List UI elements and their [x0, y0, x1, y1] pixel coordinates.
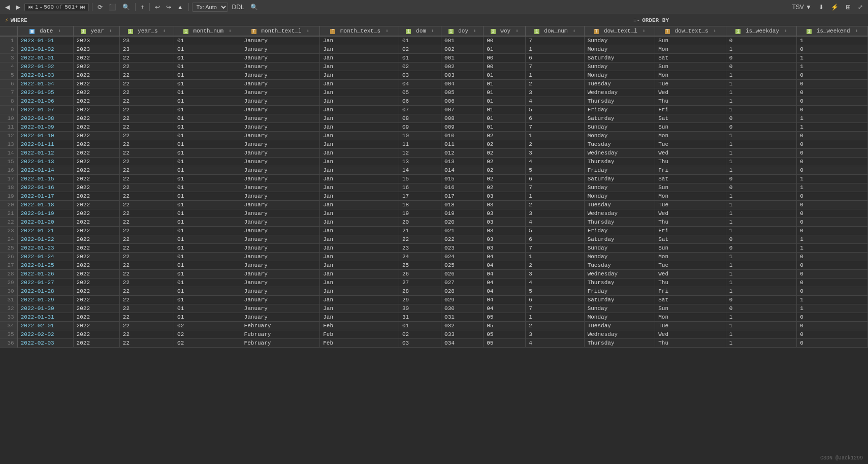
col-header-year-s[interactable]: 1 year_s ⬍ [119, 26, 174, 36]
download-button[interactable]: ⬇ [817, 3, 826, 12]
table-row[interactable]: 222022-01-2020222201JanuaryJan20020034Th… [0, 218, 868, 227]
table-row[interactable]: 322022-01-3020222201JanuaryJan30030047Su… [0, 304, 868, 313]
cell-woy: 01 [484, 97, 526, 106]
cell-month_num: 01 [174, 54, 241, 63]
cell-woy: 01 [484, 45, 526, 54]
table-row[interactable]: 202022-01-1820222201JanuaryJan18018032Tu… [0, 201, 868, 209]
table-row[interactable]: 252022-01-2320222201JanuaryJan23023037Su… [0, 244, 868, 253]
cell-date: 2022-01-19 [17, 209, 73, 218]
cell-dom: 23 [399, 244, 441, 253]
tx-dropdown[interactable]: Tx: Auto [192, 3, 228, 12]
table-row[interactable]: 142022-01-1220222201JanuaryJan12012023We… [0, 149, 868, 158]
table-row[interactable]: 12023-01-0120232301JanuaryJan01001007Sun… [0, 36, 868, 45]
table-row[interactable]: 62022-01-0420222201JanuaryJan04004012Tue… [0, 80, 868, 88]
col-header-year[interactable]: 1 year ⬍ [73, 26, 119, 36]
expand-button[interactable]: ⤢ [856, 3, 865, 12]
filter-button[interactable]: ⚡ [829, 3, 841, 12]
col-header-month-text-l[interactable]: T month_text_l ⬍ [241, 26, 320, 36]
table-row[interactable]: 352022-02-0220222202FebruaryFeb02033053W… [0, 330, 868, 339]
col-header-dow-text-l[interactable]: T dow_text_l ⬍ [584, 26, 655, 36]
table-row[interactable]: 162022-01-1420222201JanuaryJan14014025Fr… [0, 166, 868, 175]
col-header-month-num[interactable]: 1 month_num ⬍ [174, 26, 241, 36]
table-row[interactable]: 82022-01-0620222201JanuaryJan06006014Thu… [0, 97, 868, 106]
add-button[interactable]: + [139, 3, 146, 12]
table-row[interactable]: 292022-01-2720222201JanuaryJan27027044Th… [0, 279, 868, 287]
table-row[interactable]: 342022-02-0120222202FebruaryFeb01032052T… [0, 322, 868, 330]
table-row[interactable]: 132022-01-1120222201JanuaryJan11011022Tu… [0, 140, 868, 149]
table-row[interactable]: 92022-01-0720222201JanuaryJan07007015Fri… [0, 106, 868, 114]
table-row[interactable]: 72022-01-0520222201JanuaryJan05005013Wed… [0, 88, 868, 97]
ddl-button[interactable]: DDL [230, 3, 246, 12]
col-header-is-weekday[interactable]: 1 is_weekday ⬍ [726, 26, 797, 36]
cell-doy: 017 [441, 192, 484, 201]
col-label-year: year [90, 28, 104, 34]
table-row[interactable]: 232022-01-2120222201JanuaryJan21021035Fr… [0, 227, 868, 235]
table-row[interactable]: 362022-02-0320222202FebruaryFeb03034054T… [0, 339, 868, 348]
redo-button[interactable]: ↪ [164, 3, 173, 12]
table-row[interactable]: 192022-01-1720222201JanuaryJan17017031Mo… [0, 192, 868, 201]
row-number: 6 [0, 80, 17, 88]
cell-is_weekend: 1 [797, 63, 868, 71]
table-row[interactable]: 182022-01-1620222201JanuaryJan16016027Su… [0, 183, 868, 192]
table-row[interactable]: 242022-01-2220222201JanuaryJan22022036Sa… [0, 235, 868, 244]
table-row[interactable]: 112022-01-0920222201JanuaryJan09009017Su… [0, 123, 868, 132]
nav-last-button[interactable]: ⏭ [79, 4, 86, 10]
table-row[interactable]: 152022-01-1320222201JanuaryJan13013024Th… [0, 158, 868, 166]
table-row[interactable]: 122022-01-1020222201JanuaryJan10010021Mo… [0, 132, 868, 140]
up-button[interactable]: ▲ [175, 3, 185, 12]
cell-doy: 028 [441, 287, 484, 296]
cell-month_text_s: Jan [320, 192, 399, 201]
table-row[interactable]: 172022-01-1520222201JanuaryJan15015026Sa… [0, 175, 868, 183]
cell-month_num: 01 [174, 235, 241, 244]
cell-dom: 12 [399, 149, 441, 158]
col-header-dom[interactable]: 1 dom ⬍ [399, 26, 441, 36]
layout-button[interactable]: ⊞ [844, 3, 853, 12]
stop-button[interactable]: ⬛ [107, 3, 118, 12]
nav-forward-button[interactable]: ▶ [14, 3, 22, 12]
col-header-doy[interactable]: 1 doy ⬍ [441, 26, 484, 36]
col-header-is-weekend[interactable]: 1 is_weekend ⬍ [797, 26, 868, 36]
cell-year_s: 22 [119, 304, 174, 313]
table-container[interactable]: ▦ date ⬍ 1 year ⬍ 1 year_s ⬍ 1 month_num [0, 26, 868, 464]
table-row[interactable]: 312022-01-2920222201JanuaryJan29029046Sa… [0, 296, 868, 304]
cell-month_num: 01 [174, 114, 241, 123]
refresh-button[interactable]: ⟳ [95, 3, 105, 12]
table-row[interactable]: 302022-01-2820222201JanuaryJan28028045Fr… [0, 287, 868, 296]
tsv-button[interactable]: TSV ▼ [790, 3, 814, 12]
cell-date: 2022-02-02 [17, 330, 73, 339]
zoom-button[interactable]: 🔍 [120, 3, 132, 12]
table-row[interactable]: 42022-01-0220222201JanuaryJan02002007Sun… [0, 63, 868, 71]
table-row[interactable]: 22023-01-0220232301JanuaryJan02002011Mon… [0, 45, 868, 54]
table-row[interactable]: 212022-01-1920222201JanuaryJan19019033We… [0, 209, 868, 218]
col-sort-woy: ⬍ [516, 28, 519, 34]
table-row[interactable]: 262022-01-2420222201JanuaryJan24024041Mo… [0, 253, 868, 261]
cell-month_text_l: January [241, 71, 320, 80]
col-header-month-text-s[interactable]: T month_text_s ⬍ [320, 26, 399, 36]
table-row[interactable]: 102022-01-0820222201JanuaryJan08008016Sa… [0, 114, 868, 123]
cell-dom: 28 [399, 287, 441, 296]
table-row[interactable]: 52022-01-0320222201JanuaryJan03003011Mon… [0, 71, 868, 80]
col-header-dow-num[interactable]: 1 dow_num ⬍ [526, 26, 584, 36]
col-header-dow-text-s[interactable]: T dow_text_s ⬍ [655, 26, 726, 36]
cell-woy: 01 [484, 123, 526, 132]
cell-dow_text_l: Thursday [584, 218, 655, 227]
nav-first-button[interactable]: ⏮ [27, 4, 34, 10]
cell-woy: 01 [484, 71, 526, 80]
cell-year: 2022 [73, 227, 119, 235]
cell-month_text_s: Jan [320, 175, 399, 183]
row-number: 36 [0, 339, 17, 348]
table-row[interactable]: 332022-01-3120222201JanuaryJan31031051Mo… [0, 313, 868, 322]
nav-back-button[interactable]: ◀ [3, 3, 12, 12]
cell-dow_text_s: Wed [655, 88, 726, 97]
table-row[interactable]: 272022-01-2520222201JanuaryJan25025042Tu… [0, 261, 868, 270]
col-header-date[interactable]: ▦ date ⬍ [17, 26, 73, 36]
cell-dom: 27 [399, 279, 441, 287]
table-row[interactable]: 32022-01-0120222201JanuaryJan01001006Sat… [0, 54, 868, 63]
range-sep: - [40, 4, 43, 10]
search-button[interactable]: 🔍 [248, 3, 260, 12]
col-header-woy[interactable]: 1 woy ⬍ [484, 26, 526, 36]
undo-button[interactable]: ↩ [153, 3, 162, 12]
cell-dow_text_s: Tue [655, 140, 726, 149]
cell-dow_text_l: Thursday [584, 97, 655, 106]
table-row[interactable]: 282022-01-2620222201JanuaryJan26026043We… [0, 270, 868, 279]
